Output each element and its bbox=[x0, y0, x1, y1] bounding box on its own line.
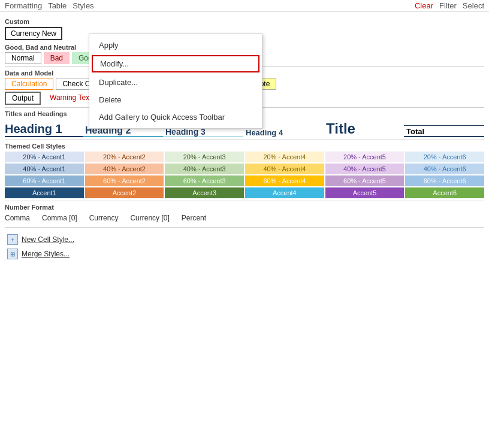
a40-1[interactable]: 40% - Accent1 bbox=[5, 164, 84, 174]
modify-menu-item[interactable]: Modify... bbox=[92, 55, 259, 72]
calculation-badge[interactable]: Calculation bbox=[5, 78, 53, 90]
accent-row-40: 40% - Accent1 40% - Accent2 40% - Accent… bbox=[5, 164, 484, 174]
number-row: Comma Comma [0] Currency Currency [0] Pe… bbox=[5, 213, 484, 223]
add-gallery-menu-item[interactable]: Add Gallery to Quick Access Toolbar bbox=[89, 108, 262, 126]
percent-item[interactable]: Percent bbox=[182, 214, 206, 222]
a60-4[interactable]: 60% - Accent4 bbox=[245, 175, 324, 186]
accent-row-60: 60% - Accent1 60% - Accent2 60% - Accent… bbox=[5, 175, 484, 186]
merge-styles-label: Merge Styles... bbox=[22, 250, 70, 258]
new-cell-style-label: New Cell Style... bbox=[22, 235, 74, 244]
new-cell-style-item[interactable]: + New Cell Style... bbox=[5, 232, 484, 247]
acc6[interactable]: Accent6 bbox=[405, 187, 484, 198]
a20-5[interactable]: 20% - Accent5 bbox=[325, 152, 405, 162]
a60-1[interactable]: 60% - Accent1 bbox=[5, 175, 84, 186]
accent-row-20: 20% - Accent1 20% - Accent2 20% - Accent… bbox=[5, 152, 484, 162]
a20-6[interactable]: 20% - Accent6 bbox=[405, 152, 484, 162]
total-style[interactable]: Total bbox=[404, 125, 484, 137]
footer-section: + New Cell Style... ⊞ Merge Styles... bbox=[5, 230, 484, 264]
a20-4[interactable]: 20% - Accent4 bbox=[245, 152, 324, 162]
duplicate-menu-item[interactable]: Duplicate... bbox=[89, 74, 262, 91]
top-bar: Formatting Table Styles Clear Filter Sel… bbox=[0, 0, 489, 12]
comma-item[interactable]: Comma bbox=[5, 214, 30, 222]
currency-new-item[interactable]: Currency New bbox=[5, 27, 62, 40]
styles-btn[interactable]: Styles bbox=[73, 1, 93, 10]
a60-2[interactable]: 60% - Accent2 bbox=[85, 175, 164, 186]
a40-3[interactable]: 40% - Accent3 bbox=[165, 164, 244, 174]
merge-styles-icon: ⊞ bbox=[7, 249, 18, 259]
bad-badge[interactable]: Bad bbox=[44, 52, 70, 64]
acc2[interactable]: Accent2 bbox=[85, 187, 164, 198]
number-format-label: Number Format bbox=[5, 204, 484, 211]
a60-3[interactable]: 60% - Accent3 bbox=[165, 175, 244, 186]
a60-5[interactable]: 60% - Accent5 bbox=[325, 175, 405, 186]
accent-row-solid: Accent1 Accent2 Accent3 Accent4 Accent5 … bbox=[5, 187, 484, 198]
delete-menu-item[interactable]: Delete bbox=[89, 91, 262, 108]
currency0-item[interactable]: Currency [0] bbox=[130, 214, 169, 222]
a40-6[interactable]: 40% - Accent6 bbox=[405, 164, 484, 174]
currency-item[interactable]: Currency bbox=[89, 214, 119, 222]
acc1[interactable]: Accent1 bbox=[5, 187, 84, 198]
merge-styles-item[interactable]: ⊞ Merge Styles... bbox=[5, 247, 484, 261]
a40-4[interactable]: 40% - Accent4 bbox=[245, 164, 324, 174]
heading1-style[interactable]: Heading 1 bbox=[5, 121, 83, 137]
a60-6[interactable]: 60% - Accent6 bbox=[405, 175, 484, 186]
custom-label: Custom bbox=[5, 18, 484, 25]
acc4[interactable]: Accent4 bbox=[245, 187, 324, 198]
a40-2[interactable]: 40% - Accent2 bbox=[85, 164, 164, 174]
clear-btn[interactable]: Clear bbox=[415, 1, 433, 10]
filter-btn[interactable]: Filter bbox=[439, 1, 457, 10]
themed-section: Themed Cell Styles 20% - Accent1 20% - A… bbox=[5, 143, 484, 198]
comma0-item[interactable]: Comma [0] bbox=[42, 214, 77, 222]
themed-label: Themed Cell Styles bbox=[5, 143, 484, 150]
output-badge[interactable]: Output bbox=[5, 92, 41, 105]
a20-2[interactable]: 20% - Accent2 bbox=[85, 152, 164, 162]
formatting-btn[interactable]: Formatting bbox=[5, 1, 42, 10]
a20-3[interactable]: 20% - Accent3 bbox=[165, 152, 244, 162]
acc3[interactable]: Accent3 bbox=[165, 187, 244, 198]
table-btn[interactable]: Table bbox=[48, 1, 67, 10]
normal-badge[interactable]: Normal bbox=[5, 52, 41, 64]
number-format-section: Number Format Comma Comma [0] Currency C… bbox=[5, 204, 484, 223]
context-menu: Apply Modify... Duplicate... Delete Add … bbox=[89, 34, 262, 129]
new-cell-style-icon: + bbox=[7, 234, 18, 245]
title-style[interactable]: Title bbox=[324, 119, 404, 137]
acc5[interactable]: Accent5 bbox=[325, 187, 405, 198]
select-btn[interactable]: Select bbox=[463, 1, 484, 10]
apply-menu-item[interactable]: Apply bbox=[89, 37, 262, 54]
a20-1[interactable]: 20% - Accent1 bbox=[5, 152, 84, 162]
a40-5[interactable]: 40% - Accent5 bbox=[325, 164, 405, 174]
